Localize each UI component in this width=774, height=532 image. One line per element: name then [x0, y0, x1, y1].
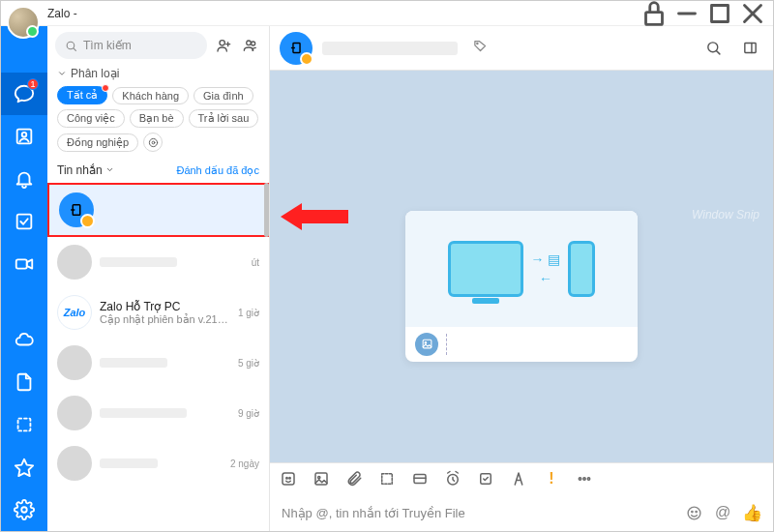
conversation-list: út Zalo Zalo Hỗ Trợ PCCập nhật phiên bản… — [47, 183, 269, 531]
create-group-icon[interactable] — [240, 35, 261, 56]
svg-point-18 — [247, 41, 252, 45]
nav-video[interactable] — [1, 243, 47, 285]
reminder-icon[interactable] — [444, 470, 461, 488]
svg-point-20 — [152, 141, 155, 144]
svg-point-35 — [318, 476, 320, 478]
user-avatar[interactable] — [7, 6, 40, 39]
mark-all-read[interactable]: Đánh dấu đã đọc — [176, 164, 259, 177]
lock-icon[interactable] — [638, 1, 670, 26]
nav-settings[interactable] — [1, 488, 47, 531]
svg-point-42 — [583, 478, 585, 480]
exchange-arrows-icon: → ▤← — [531, 251, 561, 286]
chip-friends[interactable]: Bạn bè — [130, 109, 184, 128]
nav-notifications[interactable] — [1, 158, 47, 200]
close-button[interactable] — [736, 1, 769, 26]
svg-marker-9 — [27, 259, 33, 268]
nav-files[interactable] — [1, 361, 47, 403]
search-input[interactable]: Tìm kiếm — [55, 32, 207, 59]
chip-settings-icon[interactable] — [143, 133, 163, 152]
messages-label[interactable]: Tin nhắn — [57, 163, 114, 177]
window-title: Zalo - — [47, 7, 77, 20]
message-input[interactable]: Nhập @, tin nhắn tới Truyền File — [282, 506, 674, 520]
conversation-item-zalo-support[interactable]: Zalo Zalo Hỗ Trợ PCCập nhật phiên bản v.… — [47, 287, 269, 338]
nav-todo[interactable] — [1, 200, 47, 243]
svg-rect-34 — [315, 473, 327, 485]
svg-marker-11 — [15, 459, 33, 476]
svg-rect-10 — [18, 419, 31, 431]
maximize-button[interactable] — [703, 1, 736, 26]
priority-icon[interactable]: ! — [543, 470, 560, 488]
svg-point-15 — [220, 41, 224, 45]
nav-rail: 1 — [1, 26, 47, 531]
format-icon[interactable] — [510, 470, 527, 488]
svg-point-30 — [425, 342, 427, 344]
cloud-avatar-icon — [59, 192, 94, 227]
screenshot-icon[interactable] — [378, 470, 396, 488]
svg-line-14 — [74, 47, 75, 49]
svg-point-24 — [477, 43, 478, 44]
image-icon — [415, 333, 438, 356]
svg-point-46 — [695, 511, 696, 512]
svg-rect-2 — [712, 5, 729, 21]
phone-icon — [568, 241, 595, 297]
chip-reply-later[interactable]: Trả lời sau — [189, 109, 259, 128]
chip-customers[interactable]: Khách hàng — [112, 87, 189, 104]
svg-point-19 — [252, 42, 255, 45]
svg-rect-36 — [382, 474, 393, 485]
svg-rect-31 — [283, 473, 294, 485]
conversation-item[interactable]: 9 giờ — [47, 388, 269, 438]
svg-rect-8 — [16, 259, 27, 268]
nav-chat[interactable]: 1 — [1, 73, 47, 115]
sticker-icon[interactable] — [280, 470, 297, 488]
svg-rect-29 — [423, 340, 432, 348]
svg-point-45 — [691, 511, 692, 512]
add-friend-icon[interactable] — [213, 35, 234, 56]
pc-icon — [448, 241, 523, 297]
image-icon[interactable] — [313, 470, 330, 488]
filter-header[interactable]: Phân loại — [47, 65, 269, 82]
svg-rect-7 — [17, 215, 32, 229]
conversation-item[interactable]: út — [47, 237, 269, 287]
attach-icon[interactable] — [345, 470, 363, 488]
conversation-item[interactable]: 5 giờ — [47, 338, 269, 388]
nav-contacts[interactable] — [1, 115, 47, 158]
more-icon[interactable] — [576, 470, 593, 488]
sidebar-toggle-icon[interactable] — [736, 35, 763, 62]
minimize-button[interactable] — [670, 1, 703, 26]
titlebar: Zalo - — [1, 1, 773, 26]
avatar-icon — [57, 396, 92, 430]
svg-rect-0 — [646, 12, 663, 24]
chip-all[interactable]: Tất cả — [57, 86, 107, 104]
task-icon[interactable] — [477, 470, 494, 488]
chat-panel: Window Snip → ▤← — [270, 26, 773, 531]
chat-avatar-icon[interactable] — [280, 32, 313, 65]
scrollbar-thumb[interactable] — [264, 183, 269, 237]
card-icon[interactable] — [411, 470, 429, 488]
intro-card: → ▤← — [405, 211, 638, 362]
like-icon[interactable]: 👍 — [742, 503, 761, 522]
tag-icon[interactable] — [473, 39, 488, 57]
sync-illustration: → ▤← — [405, 211, 638, 327]
svg-rect-27 — [744, 44, 755, 53]
emoji-icon[interactable] — [684, 503, 703, 522]
chip-colleagues[interactable]: Đồng nghiệp — [57, 133, 138, 152]
avatar-icon — [57, 446, 92, 481]
chip-work[interactable]: Công việc — [57, 109, 125, 128]
nav-star[interactable] — [1, 446, 47, 488]
search-in-chat-icon[interactable] — [700, 35, 727, 62]
conversation-item-selected[interactable] — [47, 183, 269, 237]
nav-cloud[interactable] — [1, 318, 47, 361]
avatar-icon — [57, 345, 92, 380]
svg-point-41 — [579, 478, 580, 480]
svg-point-44 — [688, 507, 700, 519]
chat-badge: 1 — [27, 78, 39, 90]
annotation-arrow — [281, 203, 348, 230]
svg-point-12 — [21, 507, 27, 513]
svg-point-33 — [289, 478, 291, 480]
conversation-panel: Tìm kiếm Phân loại Tất cả Khách hàng Gia… — [47, 26, 270, 531]
mention-icon[interactable]: @ — [713, 503, 732, 522]
nav-capture[interactable] — [1, 403, 47, 446]
composer: ! Nhập @, tin nhắn tới Truyền File @ 👍 — [270, 462, 773, 531]
chip-family[interactable]: Gia đình — [194, 87, 253, 104]
conversation-item[interactable]: 2 ngày — [47, 438, 269, 488]
